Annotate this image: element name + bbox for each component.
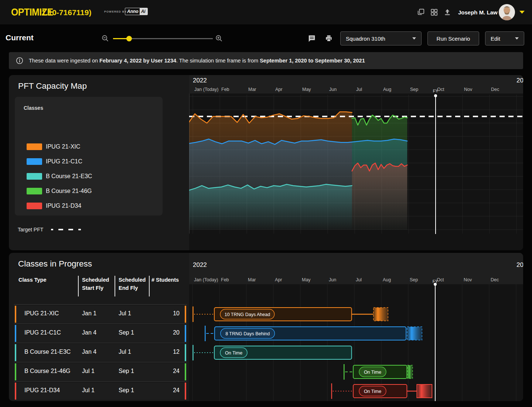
month-label: Jun (329, 277, 336, 282)
zoom-slider[interactable] (101, 34, 225, 43)
legend-swatch (27, 188, 42, 194)
month-label: Sep (410, 87, 418, 92)
print-icon[interactable] (325, 34, 333, 43)
legend-swatch (27, 143, 42, 150)
legend-label: IPUG 21-XIC (46, 143, 80, 150)
target-pft-label: Target PFT (18, 227, 43, 233)
table-cell: Jul 1 (82, 387, 95, 394)
table-cell: B Course 21-46G (24, 368, 71, 374)
status-label-B-Course-21-46G: On Time (364, 370, 381, 375)
gantt-block-IPUG-21-C1C[interactable] (407, 327, 422, 340)
run-scenario-label: Run Scenario (437, 35, 470, 42)
anno-ai-logo: Anno Ai (125, 8, 148, 15)
legend-item-B-Course-21-46G[interactable]: B Course 21-46G (15, 185, 163, 197)
table-column-header: Scheduled Start Fly (82, 276, 109, 292)
target-pft-legend: Target PFT (18, 227, 81, 233)
capacity-title: PFT Capacity Map (18, 81, 87, 91)
row-separator (14, 362, 187, 362)
squadron-select[interactable]: Squadron 310th (340, 31, 422, 45)
month-label: Dec (491, 87, 499, 92)
legend-swatch (27, 158, 42, 165)
legend-title: Classes (24, 105, 43, 111)
legend-item-IPUG-21-D34[interactable]: IPUG 21-D34 (15, 200, 163, 212)
comment-icon[interactable] (308, 34, 316, 43)
zoom-in-icon[interactable] (215, 34, 223, 43)
table-cell: IPUG 21-C1C (24, 329, 61, 336)
table-column-header: # Students (151, 276, 179, 284)
classes-legend: Classes IPUG 21-XICIPUG 21-C1CB Course 2… (15, 97, 163, 216)
gantt-block-B-Course-21-46G[interactable] (407, 365, 413, 379)
year-label-right: 20 (516, 77, 523, 84)
table-row-IPUG-21-XIC[interactable]: IPUG 21-XICJan 1Jul 110 (15, 306, 186, 323)
legend-label: B Course 21-E3C (46, 173, 92, 180)
view-title: Current (6, 33, 34, 42)
edit-button[interactable]: Edit (485, 31, 524, 45)
table-cell: Jan 4 (82, 349, 96, 355)
run-scenario-button[interactable]: Run Scenario (427, 31, 479, 45)
table-row-IPUG-21-C1C[interactable]: IPUG 21-C1CJan 4Sep 120 (15, 325, 186, 342)
month-label: Oct (437, 87, 444, 92)
user-avatar[interactable] (499, 4, 515, 20)
column-divider (78, 276, 79, 296)
gantt-block-IPUG-21-XIC[interactable] (374, 308, 388, 321)
legend-item-B-Course-21-E3C[interactable]: B Course 21-E3C (15, 170, 163, 183)
fy-marker-dot (434, 283, 437, 286)
year-label-right: 20 (516, 261, 523, 268)
row-separator (14, 381, 187, 381)
table-row-B-Course-21-E3C[interactable]: B Course 21-E3CJan 4Jul 112 (15, 344, 186, 361)
row-separator (14, 323, 187, 324)
table-column-header: Scheduled End Fly (119, 276, 146, 292)
month-label: Jun (329, 87, 337, 92)
windows-stack-icon[interactable] (417, 8, 425, 16)
squadron-select-value: Squadron 310th (346, 35, 385, 42)
table-cell: Jul 1 (119, 310, 131, 317)
table-cell: Sep 1 (119, 387, 134, 394)
status-label-IPUG-21-D34: On Time (364, 389, 381, 394)
month-label: Apr (275, 87, 282, 92)
month-label: May (302, 277, 311, 282)
table-cell: Sep 1 (119, 368, 134, 374)
table-row-IPUG-21-D34[interactable]: IPUG 21-D34Jul 1Sep 124 (15, 383, 186, 400)
table-cell: 20 (173, 329, 180, 336)
table-row-B-Course-21-46G[interactable]: B Course 21-46GJul 1Sep 124 (15, 363, 186, 380)
legend-item-IPUG-21-C1C[interactable]: IPUG 21-C1C (15, 155, 163, 168)
month-label: Dec (491, 277, 499, 282)
table-cell: Jul 1 (82, 368, 95, 374)
user-name[interactable]: Joseph M. Law (458, 9, 498, 16)
grid-view-icon[interactable] (430, 8, 438, 16)
app-version: 1.10-7167119) (41, 8, 91, 17)
classes-in-progress-card: Classes in Progress Class TypeScheduled … (9, 253, 523, 401)
month-label: Nov (464, 87, 473, 92)
upload-icon[interactable] (443, 8, 451, 16)
zoom-out-icon[interactable] (101, 34, 109, 43)
legend-label: IPUG 21-C1C (46, 158, 82, 165)
table-cell: Jul 1 (119, 349, 131, 355)
month-label: Jan (Today) (194, 277, 218, 282)
table-cell: IPUG 21-D34 (24, 387, 60, 394)
month-label: Aug (383, 87, 391, 92)
zoom-slider-thumb[interactable] (126, 36, 132, 41)
month-label: Aug (383, 277, 391, 282)
series-area-IPUG-21-D34 (352, 163, 407, 230)
table-cell: 12 (173, 349, 180, 355)
pft-capacity-chart: FY202220Jan (Today)FebMarAprMayJunJulAug… (189, 75, 523, 250)
user-menu-caret-icon[interactable] (519, 11, 525, 14)
table-cell: Sep 1 (119, 329, 134, 336)
table-cell: IPUG 21-XIC (24, 310, 59, 317)
anno-logo-suffix: Ai (140, 8, 147, 15)
gantt-block-IPUG-21-D34[interactable] (417, 384, 432, 398)
month-label: Nov (464, 277, 472, 282)
banner-text: These data were ingested on February 4, … (29, 58, 365, 64)
month-label: Feb (221, 87, 229, 92)
anno-logo-text: Anno (125, 8, 140, 15)
month-label: Mar (248, 277, 256, 282)
legend-item-IPUG-21-XIC[interactable]: IPUG 21-XIC (15, 140, 163, 153)
month-label: Feb (221, 277, 229, 282)
ingest-info-banner: These data were ingested on February 4, … (9, 52, 523, 69)
month-label: Jan (Today) (194, 87, 218, 92)
table-cell: 24 (173, 387, 180, 394)
info-icon (16, 57, 24, 65)
topbar: OPTIMIZE 1.10-7167119) POWERED BY Anno A… (0, 0, 532, 24)
classes-gantt-chart: 10 TRNG Days Ahead8 TRNG Days BehindOn T… (189, 253, 523, 401)
column-divider (115, 276, 115, 296)
